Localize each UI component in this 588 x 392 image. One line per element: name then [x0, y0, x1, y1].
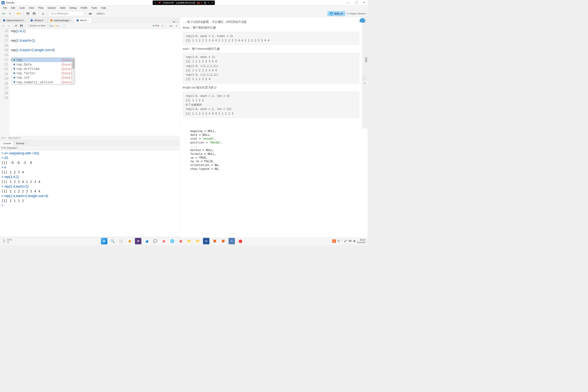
search-icon[interactable]: 🔍: [109, 238, 116, 244]
firefox-icon[interactable]: 🦊: [212, 238, 218, 244]
new-project-icon[interactable]: ⊕: [8, 11, 13, 16]
tab-test[interactable]: Test.R*×: [74, 18, 91, 23]
menu-help[interactable]: Help: [99, 6, 108, 9]
word-icon[interactable]: W: [203, 238, 210, 244]
forward-icon[interactable]: ⇨: [7, 24, 11, 28]
completion-popup: rep{base}rep.Date{base}rep.difftime{base…: [12, 57, 75, 84]
save-icon[interactable]: 💾: [26, 11, 30, 16]
show-in-new-icon[interactable]: 🗗: [14, 24, 18, 28]
help-content[interactable]: …: 除了x的其他参数，可以通过…传到其他方法里 times：整个数组循环几遍 …: [180, 17, 362, 128]
close-button[interactable]: ✕: [363, 1, 366, 4]
close-icon[interactable]: ×: [24, 19, 26, 22]
menu-tools[interactable]: Tools: [89, 6, 99, 9]
maximize-button[interactable]: ▢: [355, 1, 359, 4]
compile-icon[interactable]: 📄: [62, 24, 66, 28]
explorer-icon[interactable]: 📁: [186, 238, 192, 244]
tab-alldata[interactable]: AllData.R×: [28, 18, 48, 23]
app-icon[interactable]: ◉: [161, 238, 167, 244]
tray-grid-icon[interactable]: ▦: [353, 240, 356, 242]
menu-session[interactable]: Session: [45, 6, 58, 9]
upload-button[interactable]: ☁ 拢裸上传: [327, 11, 345, 16]
refresh-icon[interactable]: ↻: [364, 82, 366, 85]
completion-item[interactable]: rep.numeric_version{base}: [12, 80, 74, 84]
menu-code[interactable]: Code: [17, 6, 27, 9]
maximize-pane-icon[interactable]: ▭: [363, 77, 367, 79]
save-icon[interactable]: 💾: [19, 24, 23, 28]
grid-icon[interactable]: ▦▾: [88, 11, 93, 16]
ime-lang[interactable]: 英: [338, 240, 340, 243]
tab-datacorrelation[interactable]: Datacorrelation.R×: [1, 18, 28, 23]
find-icon[interactable]: 🔍▾: [49, 24, 53, 28]
console-output[interactable]: > e<-seq(along.with =d3) > d3 [1] -9 -6 …: [0, 150, 180, 237]
tab-terminal[interactable]: Terminal×: [14, 141, 29, 146]
completion-item[interactable]: rep.Date{base}: [12, 62, 74, 66]
completion-item[interactable]: rep.int{base}: [12, 75, 74, 80]
tray-chevron-icon[interactable]: ˆ: [342, 240, 342, 242]
close-icon[interactable]: ×: [44, 19, 45, 22]
weather-widget[interactable]: 🌫 14°C 雾: [2, 238, 12, 244]
wand-icon[interactable]: ✨▾: [54, 24, 58, 28]
edge-icon[interactable]: ◕: [143, 238, 150, 244]
outline-icon[interactable]: ≡: [174, 24, 179, 28]
close-icon[interactable]: ×: [25, 142, 26, 145]
stop-icon[interactable]: ■: [201, 1, 202, 4]
tab-console[interactable]: Console: [1, 141, 13, 146]
record-icon[interactable]: ⬤: [237, 238, 244, 244]
scrollbar[interactable]: [72, 58, 74, 84]
close-icon[interactable]: ×: [71, 19, 72, 22]
keyboard-icon[interactable]: ⌨: [348, 240, 352, 242]
app-icon: R: [1, 1, 5, 4]
completion-item[interactable]: rep{base}: [12, 58, 74, 62]
pause-icon[interactable]: ▮▮: [197, 1, 200, 4]
thunderbird-icon[interactable]: [358, 17, 366, 23]
project-label[interactable]: Ⓡ Project: (None) ▾: [347, 12, 366, 15]
clock-time[interactable]: 20:24: [357, 239, 366, 241]
app-icon[interactable]: ✦: [135, 238, 142, 244]
menu-plots[interactable]: Plots: [36, 6, 45, 9]
rerun-icon[interactable]: ↻: [161, 24, 165, 28]
open-file-icon[interactable]: 📂▾: [17, 11, 22, 16]
tab-install-packages[interactable]: install.packages×: [48, 18, 74, 23]
firefox-icon[interactable]: 🦊: [220, 238, 226, 244]
pin-icon[interactable]: 📌: [158, 1, 161, 4]
menu-view[interactable]: View: [27, 6, 36, 9]
close-icon[interactable]: ×: [88, 19, 89, 22]
goto-input[interactable]: [50, 11, 84, 16]
wechat-icon[interactable]: 💬: [152, 238, 158, 244]
menu-edit[interactable]: Edit: [9, 6, 17, 9]
mic-icon[interactable]: 🎤: [344, 240, 347, 242]
goto-dir-icon[interactable]: ⤳: [17, 146, 19, 149]
menu-profile[interactable]: Profile: [78, 6, 89, 9]
app-icon[interactable]: ▣: [177, 238, 184, 244]
menu-build[interactable]: Build: [58, 6, 67, 9]
completion-item[interactable]: rep.factor{base}: [12, 71, 74, 75]
minimize-button[interactable]: —: [347, 1, 351, 4]
ime-badge[interactable]: S: [332, 239, 336, 243]
close-rec-icon[interactable]: ✕: [211, 1, 213, 4]
clock-date[interactable]: 2022/3/19: [357, 241, 366, 243]
addins-dropdown[interactable]: Addins ▾: [94, 12, 107, 16]
explorer-icon[interactable]: 📁: [195, 238, 201, 244]
print-icon[interactable]: 🖨: [41, 11, 45, 16]
start-button[interactable]: ⊞: [101, 238, 108, 244]
scope-label[interactable]: (Top Level) ⇕: [8, 137, 20, 139]
camera-icon[interactable]: 📷: [204, 1, 206, 4]
run-button[interactable]: ▶ Run: [153, 24, 160, 27]
pencil-icon[interactable]: ✎: [208, 1, 210, 4]
minimize-pane-icon[interactable]: ▬: [172, 20, 176, 23]
back-icon[interactable]: ⇦: [1, 24, 5, 28]
task-view-icon[interactable]: ⬚: [118, 238, 124, 244]
app-icon[interactable]: ◉: [127, 238, 133, 244]
menu-debug[interactable]: Debug: [68, 6, 79, 9]
save-all-icon[interactable]: 💾: [32, 11, 36, 16]
source-on-save-checkbox[interactable]: Source on Save: [27, 24, 45, 27]
editor-body[interactable]: 15 16 17 18 19 20 21 22 23 24 25 26 27 2…: [0, 29, 180, 136]
source-icon[interactable]: ▸▾: [169, 24, 173, 28]
maximize-pane-icon[interactable]: ▭: [176, 20, 179, 23]
hamburger-icon[interactable]: ≡: [155, 1, 156, 4]
new-file-icon[interactable]: ⊕▾: [1, 11, 6, 16]
rstudio-icon[interactable]: R: [229, 238, 235, 244]
completion-item[interactable]: rep.difftime{base}: [12, 66, 74, 71]
chrome-icon[interactable]: 🌐: [169, 238, 176, 244]
menu-file[interactable]: File: [1, 6, 9, 9]
